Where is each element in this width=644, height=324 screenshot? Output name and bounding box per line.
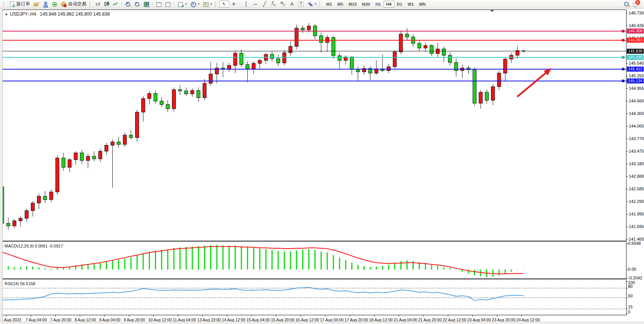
rsi-tick-label: 80 xyxy=(628,284,633,289)
autotrade-button[interactable]: 自动交易 xyxy=(59,0,88,8)
fibonacci-tool-button[interactable]: ≡F xyxy=(278,0,287,8)
timeframe-w1[interactable]: W1 xyxy=(405,1,417,8)
market-depth-button[interactable] xyxy=(32,0,41,8)
date-label[interactable]: 16 Aug 12:00 xyxy=(295,318,319,322)
window-bottom-edge xyxy=(0,322,644,324)
autotrade-icon xyxy=(61,1,67,7)
arrows-tool-button[interactable]: ▾ xyxy=(305,0,318,8)
candlestick-chart-button[interactable] xyxy=(102,0,111,8)
date-label[interactable]: 10 Aug 12:00 xyxy=(148,318,172,322)
price-tick-label: 144.065 xyxy=(629,124,644,128)
toolbar-drag-handle[interactable] xyxy=(3,2,6,7)
date-label[interactable]: 23 Aug 20:00 xyxy=(492,318,515,322)
new-order-button[interactable]: 新订单 xyxy=(7,0,32,8)
timeframe-m5[interactable]: M5 xyxy=(335,1,346,8)
notifications-button[interactable]: 1 xyxy=(631,0,640,8)
toolbar-drag-handle[interactable] xyxy=(89,2,92,7)
timeframe-h1[interactable]: H1 xyxy=(373,1,383,8)
signals-button[interactable] xyxy=(50,0,59,8)
timeframe-m1[interactable]: M1 xyxy=(324,1,335,8)
line-chart-button[interactable] xyxy=(111,0,120,8)
bar-chart-icon xyxy=(95,1,101,7)
cursor-tool-button[interactable]: ↖ xyxy=(219,0,229,8)
line-chart-icon xyxy=(113,1,118,7)
date-label[interactable]: 14 Aug 12:00 xyxy=(222,318,245,322)
toolbar-drag-handle[interactable] xyxy=(319,2,322,7)
date-label[interactable]: 24 Aug 12:00 xyxy=(516,318,540,322)
window-left-edge xyxy=(0,9,3,322)
date-label[interactable]: 21 Aug 20:00 xyxy=(418,318,442,322)
horizontal-line-tool-button[interactable]: ─ xyxy=(251,0,260,8)
date-label[interactable]: 22 Aug 12:00 xyxy=(443,318,466,322)
arrows-icon xyxy=(307,1,313,7)
date-label[interactable]: 18 Aug 12:00 xyxy=(369,318,393,322)
tile-windows-button[interactable] xyxy=(142,0,151,8)
price-line-badge: 146.308 xyxy=(627,29,644,34)
equidistant-channel-icon: ⫽E xyxy=(271,0,277,8)
price-line-badge: 146.093 xyxy=(627,38,644,43)
macd-tick-label: 0.6048 xyxy=(628,241,641,246)
date-label[interactable]: 17 Aug 20:00 xyxy=(344,318,368,322)
timeframe-m15[interactable]: M15 xyxy=(346,1,359,8)
date-label[interactable]: 15 Aug 04:00 xyxy=(246,318,270,322)
symbol-title: USDJPY-,H4 xyxy=(10,11,36,17)
price-line-badge: 145.690 xyxy=(627,55,644,60)
collapse-caret-icon[interactable]: ▼ xyxy=(5,13,8,16)
search-button[interactable] xyxy=(622,0,631,8)
templates-button[interactable]: ▾ xyxy=(201,0,214,8)
timeframe-m30[interactable]: M30 xyxy=(359,1,373,8)
chart-title: ▼USDJPY-,H4145.846 145.862 145.800 145.8… xyxy=(5,11,110,17)
chart-canvas[interactable] xyxy=(0,9,644,322)
crosshair-tool-button[interactable]: ✛ xyxy=(229,0,238,8)
dropdown-caret: ▾ xyxy=(315,2,316,6)
timeframe-mn[interactable]: MN xyxy=(416,1,428,8)
price-tick-label: 145.250 xyxy=(629,73,644,78)
community-button[interactable] xyxy=(41,0,50,8)
macd-value: 0.0061 xyxy=(35,244,48,248)
price-tick-label: 142.290 xyxy=(629,199,644,204)
toolbar-drag-handle[interactable] xyxy=(215,2,218,7)
timeframe-bar: M1M5M15M30H1H4D1W1MN xyxy=(324,1,428,8)
new-order-label: 新订单 xyxy=(16,1,30,7)
zoom-out-icon: − xyxy=(134,1,140,7)
macd-pane-title: MACD(12,26,9) 0.0061 -0.0917 xyxy=(5,244,63,248)
timeframe-d1[interactable]: D1 xyxy=(394,1,405,8)
auto-scroll-button[interactable] xyxy=(154,0,163,8)
fibonacci-icon: ≡F xyxy=(280,0,286,8)
dropdown-caret: ▾ xyxy=(198,2,199,6)
text-tool-button[interactable]: A xyxy=(287,0,296,8)
text-label-tool-button[interactable]: T xyxy=(296,0,305,8)
date-label[interactable]: 21 Aug 04:00 xyxy=(394,318,417,322)
date-label[interactable]: 13 Aug 23:00 xyxy=(197,318,221,322)
date-label[interactable]: 17 Aug 04:00 xyxy=(320,318,344,322)
channel-tool-button[interactable]: ⫽E xyxy=(269,0,278,8)
chart-shift-button[interactable] xyxy=(163,0,172,8)
price-tick-label: 145.545 xyxy=(629,61,644,65)
zoom-in-button[interactable]: + xyxy=(123,0,132,8)
pane-border xyxy=(3,279,626,315)
price-line-badge: 145.412 xyxy=(627,67,644,72)
autotrade-label: 自动交易 xyxy=(68,1,86,7)
macd-tick-label: 0.00 xyxy=(628,267,636,271)
date-label[interactable]: 23 Aug 04:00 xyxy=(467,318,491,322)
trendline-tool-button[interactable]: ╱ xyxy=(260,0,269,8)
bar-chart-button[interactable] xyxy=(94,0,102,8)
macd-signal-value: -0.0917 xyxy=(49,244,63,248)
price-tick-label: 144.660 xyxy=(629,99,644,103)
price-tick-label: 143.180 xyxy=(629,161,644,166)
date-label[interactable]: 9 Aug 20:00 xyxy=(124,318,145,322)
date-label[interactable]: 7 Aug 04:00 xyxy=(26,318,47,322)
chart-window[interactable]: ▼USDJPY-,H4145.846 145.862 145.800 145.8… xyxy=(0,9,644,322)
date-label[interactable]: 4 Aug 2023 xyxy=(1,318,21,322)
date-label[interactable]: 7 Aug 20:00 xyxy=(50,318,71,322)
date-label[interactable]: 8 Aug 12:00 xyxy=(75,318,96,322)
indicators-button[interactable]: ▾ xyxy=(176,0,188,8)
date-label[interactable]: 11 Aug 04:00 xyxy=(173,318,196,322)
vertical-line-tool-button[interactable]: │ xyxy=(242,0,251,8)
date-label[interactable]: 9 Aug 04:00 xyxy=(99,318,120,322)
date-label[interactable]: 15 Aug 20:00 xyxy=(271,318,295,322)
periods-button[interactable]: ▾ xyxy=(188,0,201,8)
timeframe-h4[interactable]: H4 xyxy=(384,1,394,8)
clock-icon xyxy=(190,1,196,7)
zoom-out-button[interactable]: − xyxy=(132,0,142,8)
